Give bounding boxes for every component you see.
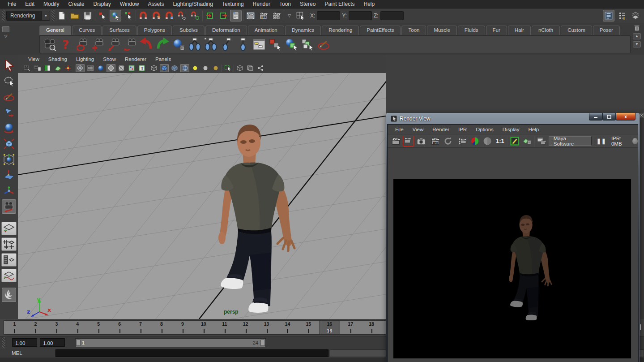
select-hierarchy-button[interactable] <box>97 10 108 22</box>
panel-menu-item[interactable]: Renderer <box>121 56 150 62</box>
menu-set-selector[interactable]: Rendering ▼ <box>6 11 50 21</box>
render-view-menu-item[interactable]: File <box>391 126 408 133</box>
real-size-button[interactable]: 1:1 <box>494 138 506 144</box>
soft-modification-tool-button[interactable] <box>2 168 16 182</box>
no-lights-button[interactable] <box>211 64 220 72</box>
mel-command-input[interactable] <box>55 349 328 357</box>
render-view-menu-item[interactable]: IPR <box>454 126 471 133</box>
frame-slot[interactable]: 9 <box>172 321 193 334</box>
shelf-tab[interactable]: Curves <box>72 26 102 35</box>
drag-grip[interactable] <box>2 337 5 349</box>
frame-slot[interactable]: 11 <box>214 321 235 334</box>
output-connections-button[interactable] <box>217 10 229 22</box>
camera-dolly-button[interactable] <box>107 37 121 52</box>
render-current-frame-button[interactable] <box>245 10 256 22</box>
panel-menu-item[interactable]: Shading <box>44 56 71 62</box>
shelf-tab[interactable]: Rendering <box>322 26 359 35</box>
rendered-image[interactable] <box>393 179 631 358</box>
camera-attributes-button[interactable] <box>33 64 42 72</box>
render-view-menu-item[interactable]: Display <box>499 126 524 133</box>
command-language-toggle[interactable]: MEL <box>12 350 27 356</box>
cluster-button[interactable] <box>188 37 202 52</box>
shelf-tab[interactable]: PaintEffects <box>360 26 401 35</box>
shelf-scroll-down-button[interactable]: ▼ <box>633 41 641 47</box>
persp-graph-layout-button[interactable] <box>1 269 17 282</box>
default-light-button[interactable] <box>201 64 210 72</box>
drag-grip[interactable] <box>51 10 55 22</box>
paint-select-tool-button[interactable] <box>2 90 16 104</box>
ipr-render-button[interactable]: IPR <box>258 10 269 22</box>
shelf-tab[interactable]: Custom <box>561 26 592 35</box>
2d-pan-zoom-button[interactable] <box>64 64 73 72</box>
construction-history-button[interactable] <box>230 10 242 22</box>
select-camera-button[interactable] <box>22 64 31 72</box>
panel-menu-item[interactable]: Show <box>99 56 120 62</box>
playblast-button[interactable] <box>43 37 57 52</box>
frame-slot[interactable]: 6 <box>109 321 130 334</box>
frame-slot[interactable]: 10 <box>193 321 214 334</box>
shelf-tab[interactable]: Fur <box>486 26 507 35</box>
menu-item[interactable]: Create <box>64 0 88 8</box>
menu-item[interactable]: File <box>4 0 20 8</box>
channel-box-toggle[interactable] <box>630 10 641 22</box>
safe-action-button[interactable] <box>127 64 136 72</box>
shelf-tab[interactable]: Deformation <box>205 26 247 35</box>
single-cluster-button[interactable] <box>236 37 250 52</box>
maya-attribute-panel-button[interactable] <box>2 288 16 302</box>
trash-icon[interactable] <box>634 24 640 31</box>
multi-pane-button[interactable] <box>246 64 255 72</box>
menu-item[interactable]: Lighting/Shading <box>169 0 217 8</box>
lasso-select-tool-button[interactable] <box>2 74 16 88</box>
frame-slot[interactable]: 4 <box>67 321 88 334</box>
shelf-tab[interactable]: Muscle <box>427 26 456 35</box>
y-coordinate-input[interactable] <box>349 11 372 20</box>
open-render-settings-button[interactable] <box>509 136 520 147</box>
menu-item[interactable]: Stereo <box>296 0 320 8</box>
range-start-handle[interactable] <box>76 340 81 346</box>
menu-item[interactable]: Modify <box>39 0 63 8</box>
frame-slot[interactable]: 14 <box>277 321 298 334</box>
attribute-editor-toggle[interactable] <box>603 10 614 22</box>
frame-slot[interactable]: 13 <box>256 321 277 334</box>
project-sphere-button[interactable] <box>284 37 299 52</box>
select-component-button[interactable] <box>123 10 134 22</box>
isolate-select-button[interactable] <box>235 64 244 72</box>
delete-object-button[interactable] <box>171 37 186 52</box>
select-tool-button[interactable] <box>2 58 16 73</box>
panel-menu-item[interactable]: Panels <box>151 56 175 62</box>
display-rgb-channels-button[interactable] <box>469 136 480 147</box>
move-tool-button[interactable] <box>2 105 16 120</box>
camera-track-button[interactable] <box>91 37 105 52</box>
shelf-tab[interactable]: Surfaces <box>102 26 136 35</box>
render-view-menu-item[interactable]: Help <box>525 126 543 133</box>
xray-shade-button[interactable] <box>170 64 179 72</box>
shelf-tab[interactable]: Toon <box>401 26 426 35</box>
render-view-menu-item[interactable]: Options <box>472 126 498 133</box>
grid-toggle-button[interactable] <box>76 64 85 72</box>
frame-slot[interactable]: 1616 <box>319 321 340 334</box>
cluster-handle-button[interactable] <box>204 37 218 52</box>
menu-item[interactable]: Toon <box>275 0 295 8</box>
shelf-tab-switch-button[interactable] <box>2 26 9 32</box>
snap-to-point-button[interactable] <box>163 10 175 22</box>
four-pane-layout-button[interactable] <box>1 237 17 251</box>
frame-slot[interactable]: 18 <box>361 321 382 334</box>
use-all-lights-button[interactable] <box>191 64 200 72</box>
chevron-down-icon[interactable]: ▼ <box>42 11 50 20</box>
menu-item[interactable]: Window <box>116 0 143 8</box>
refresh-ipr-button[interactable] <box>442 136 453 147</box>
render-view-titlebar[interactable]: Render View x <box>387 113 638 124</box>
file-save-button[interactable] <box>82 10 94 22</box>
shelf-tab[interactable]: nCloth <box>532 26 560 35</box>
file-new-button[interactable] <box>56 10 68 22</box>
quick-select-expander[interactable]: ▽ <box>286 13 293 18</box>
gate-mask-button[interactable] <box>107 64 115 72</box>
render-region-button[interactable] <box>456 136 468 147</box>
shelf-tab[interactable]: Dynamics <box>285 26 321 35</box>
hypergraph-button[interactable] <box>252 37 266 52</box>
menu-item[interactable]: Edit <box>21 0 38 8</box>
wireframe-button[interactable] <box>149 64 158 72</box>
close-icon[interactable]: ✕ <box>639 113 644 118</box>
frame-slot[interactable]: 15 <box>298 321 319 334</box>
close-button[interactable]: x <box>616 113 635 121</box>
